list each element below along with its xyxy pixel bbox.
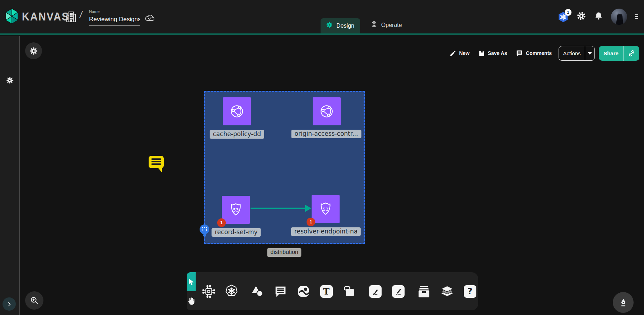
left-sidebar — [0, 36, 20, 315]
svg-text:53: 53 — [323, 207, 328, 212]
brand-wordmark: KANVAS — [22, 11, 69, 23]
brand-logo[interactable]: KANVAS — [5, 8, 69, 26]
select-tool-button[interactable] — [187, 272, 196, 291]
share-button-label: Share — [599, 50, 623, 56]
canvas-action-bar: New Save As Comments — [449, 46, 552, 60]
app-header: KANVAS / Name — [0, 0, 644, 35]
media-tool-icon[interactable] — [295, 283, 311, 299]
group-selection-handle[interactable] — [200, 224, 209, 234]
meshery-spiral-icon[interactable] — [5, 76, 14, 86]
shapes-tool-icon[interactable] — [249, 283, 265, 299]
share-button[interactable]: Share — [599, 46, 639, 61]
help-tool-icon[interactable]: ? — [462, 283, 478, 299]
node-label[interactable]: origin-access-contr... — [291, 130, 361, 138]
tab-design-label: Design — [336, 23, 354, 29]
node-label[interactable]: cache-policy-dd — [210, 130, 264, 139]
frame-tool-icon[interactable] — [341, 283, 357, 299]
canvas-comment-pin[interactable] — [149, 156, 164, 168]
new-button-label: New — [459, 50, 470, 56]
bottom-toolbar: T — [187, 272, 478, 310]
pen-tool-icon[interactable] — [367, 283, 383, 299]
actions-button-label: Actions — [559, 50, 585, 56]
node-resolver-endpoint[interactable]: 53 — [312, 195, 340, 223]
breadcrumb-separator: / — [79, 9, 83, 20]
actions-dropdown-button[interactable]: Actions — [559, 46, 595, 61]
annotation-pen-button[interactable] — [613, 292, 634, 313]
error-count-badge[interactable]: 1 — [217, 218, 226, 227]
drawer-tool-icon[interactable] — [416, 283, 432, 299]
expand-sidebar-button[interactable] — [3, 297, 16, 311]
node-label[interactable]: record-set-my — [211, 228, 261, 237]
settings-gear-icon[interactable] — [577, 11, 586, 22]
notifications-bell-icon[interactable] — [594, 11, 603, 22]
mode-tabs: Design Operate — [321, 17, 408, 33]
kanvas-hexagon-logo-icon — [5, 8, 19, 26]
design-name-input[interactable] — [89, 16, 140, 26]
tab-design[interactable]: Design — [321, 18, 360, 33]
tab-operate[interactable]: Operate — [365, 17, 408, 33]
group-label[interactable]: distribution — [267, 248, 301, 257]
edge-arrowhead — [305, 205, 311, 212]
connection-count-badge: 1 — [565, 9, 571, 16]
design-name-block: Name — [89, 9, 140, 26]
zoom-in-button[interactable] — [25, 291, 43, 310]
node-record-set[interactable]: 53 — [222, 196, 250, 224]
pan-tool-button[interactable] — [187, 291, 196, 310]
kubernetes-tool-icon[interactable] — [224, 283, 239, 299]
dock-flower-button[interactable] — [25, 42, 42, 59]
tab-operate-label: Operate — [381, 22, 402, 28]
node-cache-policy[interactable] — [223, 97, 251, 125]
design-spiral-icon — [326, 21, 333, 30]
design-name-label: Name — [89, 9, 140, 14]
operate-person-headset-icon — [370, 20, 378, 30]
component-search-icon[interactable] — [201, 283, 216, 299]
new-button[interactable]: New — [449, 50, 470, 57]
save-as-button-label: Save As — [488, 50, 507, 56]
cloud-saved-icon — [145, 14, 155, 23]
comment-tool-icon[interactable] — [272, 283, 288, 299]
comments-button[interactable]: Comments — [516, 50, 552, 57]
copy-link-icon[interactable] — [624, 50, 639, 57]
text-tool-icon[interactable]: T — [318, 283, 334, 299]
kanvas-app: KANVAS / Name — [0, 0, 644, 315]
comments-button-label: Comments — [526, 50, 552, 56]
layers-tool-icon[interactable] — [439, 283, 455, 299]
node-label[interactable]: resolver-endpoint-na — [291, 227, 361, 236]
error-count-badge[interactable]: 1 — [307, 218, 315, 226]
kubernetes-connection-icon[interactable]: 1 — [558, 11, 569, 22]
save-as-button[interactable]: Save As — [478, 50, 507, 57]
edge-record-set-to-resolver[interactable] — [251, 208, 306, 209]
user-avatar[interactable] — [611, 9, 627, 25]
pencil-tool-icon[interactable] — [390, 283, 406, 299]
header-right-controls: 1 — [558, 9, 638, 25]
actions-caret-icon[interactable] — [585, 52, 594, 55]
overflow-menu-icon[interactable] — [635, 14, 638, 19]
organization-icon[interactable] — [66, 11, 76, 24]
svg-text:53: 53 — [233, 207, 239, 213]
node-origin-access-control[interactable] — [313, 97, 341, 125]
